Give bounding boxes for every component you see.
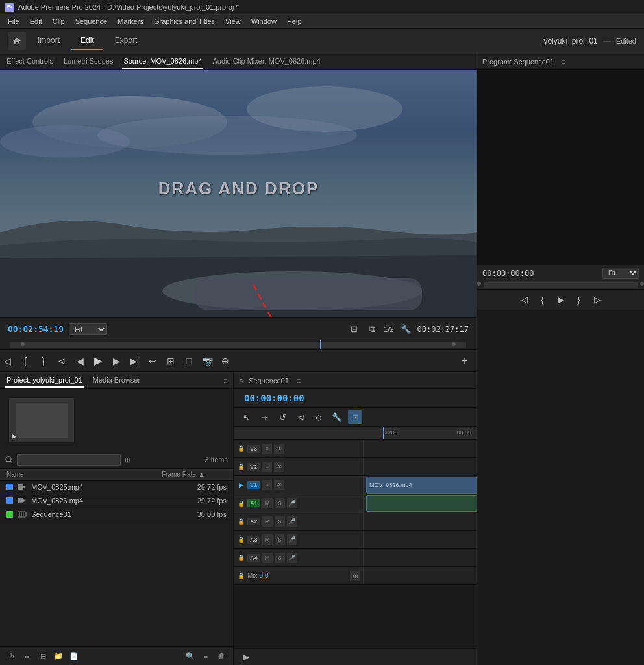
ripple-btn[interactable]: ↺ xyxy=(275,410,290,424)
program-step-fwd-btn[interactable]: } xyxy=(573,294,586,307)
track-a1-m-btn[interactable]: M xyxy=(262,498,273,508)
toolbar-grid-icon[interactable]: ⊞ xyxy=(36,649,49,662)
menu-edit[interactable]: Edit xyxy=(25,16,47,27)
track-a3-toggle[interactable]: A3 xyxy=(247,536,260,544)
track-a3-mic-icon[interactable]: 🎤 xyxy=(287,534,297,545)
razor-btn[interactable]: ◇ xyxy=(312,410,326,424)
track-a1-lock-icon[interactable]: 🔒 xyxy=(236,499,245,508)
program-step-back-btn[interactable]: { xyxy=(536,294,549,307)
step-back-btn[interactable]: ◀ xyxy=(73,354,87,368)
track-a4-mic-icon[interactable]: 🎤 xyxy=(287,553,297,563)
tab-edit[interactable]: Edit xyxy=(71,32,103,50)
output-btn[interactable]: □ xyxy=(182,354,196,368)
menu-view[interactable]: View xyxy=(220,16,246,27)
source-timecode-left[interactable]: 00:02:54:19 xyxy=(8,324,64,334)
tab-lumetri-scopes[interactable]: Lumetri Scopes xyxy=(62,55,114,69)
fit-selector[interactable]: Fit 25% 50% 100% xyxy=(69,323,107,335)
menu-help[interactable]: Help xyxy=(282,16,307,27)
program-timecode[interactable]: 00:00:00:00 xyxy=(482,269,534,278)
menu-graphics[interactable]: Graphics and Titles xyxy=(149,16,220,27)
track-a2-toggle[interactable]: A2 xyxy=(247,518,260,525)
track-a1-toggle[interactable]: A1 xyxy=(247,499,260,507)
add-to-sequence-btn[interactable]: + xyxy=(458,355,471,368)
track-a1-s-btn[interactable]: S xyxy=(275,498,285,508)
select-tool-btn[interactable]: ↖ xyxy=(239,410,253,424)
track-a3-lock-icon[interactable]: 🔒 xyxy=(236,535,245,544)
project-search-input[interactable] xyxy=(17,454,121,466)
tab-audio-mixer[interactable]: Audio Clip Mixer: MOV_0826.mp4 xyxy=(211,55,321,69)
track-mix-skip-icon[interactable]: ⏭ xyxy=(350,571,360,581)
safe-zones-btn[interactable]: ⊞ xyxy=(164,354,178,368)
track-v1-toggle[interactable]: V1 xyxy=(247,481,260,489)
track-a2-lock-icon[interactable]: 🔒 xyxy=(236,517,245,526)
go-in-btn[interactable]: ⊲ xyxy=(55,354,69,368)
step-forward-btn[interactable]: ▶ xyxy=(109,354,123,368)
panel-menu-icon[interactable]: ≡ xyxy=(224,377,228,384)
tab-source[interactable]: Source: MOV_0826.mp4 xyxy=(122,55,203,69)
menu-file[interactable]: File xyxy=(3,16,25,27)
program-mark-out-btn[interactable]: ▷ xyxy=(591,294,604,307)
program-mark-in-btn[interactable]: ◁ xyxy=(518,294,531,307)
add-marker-btn[interactable]: ◁ xyxy=(0,354,14,368)
track-v1-eye-icon[interactable]: 👁 xyxy=(274,480,284,490)
track-a1-mic-icon[interactable]: 🎤 xyxy=(287,498,297,508)
track-v3-toggle[interactable]: V3 xyxy=(247,445,260,453)
track-v3-lock-icon[interactable]: 🔒 xyxy=(236,444,245,453)
toolbar-search2-icon[interactable]: 🔍 xyxy=(184,649,197,662)
track-mix-lock-icon[interactable]: 🔒 xyxy=(236,571,245,581)
tab-effect-controls[interactable]: Effect Controls xyxy=(5,55,55,69)
link-btn[interactable]: ⊲ xyxy=(293,410,308,424)
toolbar-delete-icon[interactable]: 🗑 xyxy=(215,649,228,662)
program-progress-bar[interactable] xyxy=(477,281,644,289)
out-point-btn[interactable]: } xyxy=(36,354,51,368)
settings-icon[interactable]: ⊞ xyxy=(347,323,360,336)
insert-btn[interactable]: ⊕ xyxy=(218,354,232,368)
list-item[interactable]: Sequence01 30.00 fps xyxy=(0,508,233,521)
track-a2-m-btn[interactable]: M xyxy=(262,516,273,527)
source-progress-bar[interactable] xyxy=(0,340,477,349)
menu-clip[interactable]: Clip xyxy=(47,16,70,27)
track-a2-s-btn[interactable]: S xyxy=(275,516,285,527)
video-clip-block[interactable]: MOV_0826.mp4 xyxy=(366,477,477,494)
menu-sequence[interactable]: Sequence xyxy=(70,16,113,27)
track-v2-toggle[interactable]: V2 xyxy=(247,463,260,471)
menu-markers[interactable]: Markers xyxy=(112,16,149,27)
sequence-close-icon[interactable]: × xyxy=(239,376,243,385)
export-frame-btn[interactable]: 📷 xyxy=(200,354,214,368)
list-item[interactable]: MOV_0826.mp4 29.72 fps xyxy=(0,494,233,508)
track-v2-eye-icon[interactable]: 👁 xyxy=(274,462,284,472)
track-a2-mic-icon[interactable]: 🎤 xyxy=(287,516,297,527)
tab-import[interactable]: Import xyxy=(29,32,69,50)
tab-project[interactable]: Project: yolyuki_proj_01 xyxy=(5,373,84,388)
toolbar-pencil-icon[interactable]: ✎ xyxy=(5,649,18,662)
list-item[interactable]: MOV_0825.mp4 29.72 fps xyxy=(0,481,233,494)
playhead-scrubber[interactable] xyxy=(320,340,321,349)
track-a3-s-btn[interactable]: S xyxy=(275,534,285,545)
track-a4-s-btn[interactable]: S xyxy=(275,553,285,563)
tab-export[interactable]: Export xyxy=(106,32,147,50)
track-v1-lock-icon[interactable]: ▶ xyxy=(236,481,245,490)
track-a4-m-btn[interactable]: M xyxy=(262,553,273,563)
sequence-timecode[interactable]: 00:00:00:00 xyxy=(239,390,310,406)
track-select-btn[interactable]: ⇥ xyxy=(257,410,271,424)
sequence-menu-icon[interactable]: ≡ xyxy=(297,377,301,384)
track-a4-lock-icon[interactable]: 🔒 xyxy=(236,553,245,562)
go-out-btn[interactable]: ▶| xyxy=(127,354,142,368)
program-fit-selector[interactable]: Fit 50% 100% xyxy=(602,268,639,279)
wrench-icon[interactable]: 🔧 xyxy=(399,323,412,336)
track-a4-toggle[interactable]: A4 xyxy=(247,554,260,562)
toolbar-list-icon[interactable]: ≡ xyxy=(21,649,34,662)
toolbar-new-bin-icon[interactable]: 📁 xyxy=(52,649,65,662)
track-a3-m-btn[interactable]: M xyxy=(262,534,273,545)
in-point-btn[interactable]: { xyxy=(18,354,32,368)
menu-window[interactable]: Window xyxy=(246,16,282,27)
program-menu-icon[interactable]: ≡ xyxy=(562,58,565,66)
seq-bottom-playback-icon[interactable]: ▶ xyxy=(239,650,253,664)
toolbar-settings-icon[interactable]: ≡ xyxy=(199,649,212,662)
track-v3-sync-icon[interactable]: ≡ xyxy=(262,444,272,454)
toolbar-new-item-icon[interactable]: 📄 xyxy=(68,649,80,662)
track-v2-lock-icon[interactable]: 🔒 xyxy=(236,462,245,471)
play-button[interactable]: ▶ xyxy=(91,354,105,368)
track-v1-sync-icon[interactable]: ≡ xyxy=(262,480,272,490)
zoom-icon[interactable]: ⧉ xyxy=(365,323,378,336)
